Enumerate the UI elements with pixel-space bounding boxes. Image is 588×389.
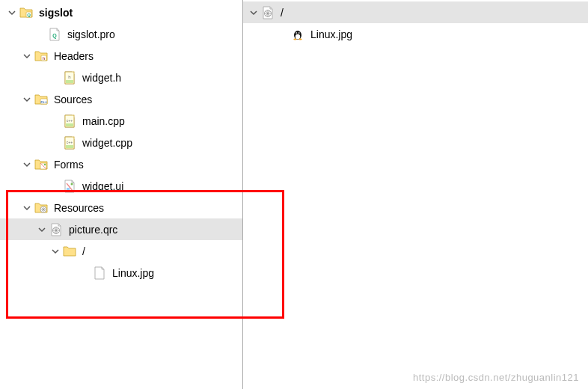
right_tree-label: Linux.jpg [310,28,352,40]
left_tree-row[interactable]: Linux.jpg [0,262,242,284]
left_tree-row[interactable]: hwidget.h [0,67,242,88]
svg-text:c++: c++ [67,118,73,123]
tux-icon [291,28,304,41]
left_tree-row[interactable]: c++Sources [0,88,242,110]
chevron-down-icon[interactable] [21,159,33,171]
file-h-icon: h [63,71,76,85]
watermark: https://blog.csdn.net/zhuguanlin121 [413,372,579,383]
svg-point-27 [296,32,297,33]
left_tree-label: Linux.jpg [112,267,154,279]
svg-point-28 [298,32,299,33]
svg-rect-14 [66,145,73,148]
svg-rect-6 [66,80,73,83]
left_tree-row[interactable]: hHeaders [0,45,242,67]
file-plain-icon [93,266,106,280]
left_tree-label: Sources [54,94,92,105]
left_tree-label: Resources [54,202,104,214]
file-qrc-icon [49,223,63,236]
left_tree-label: picture.qrc [69,224,117,236]
svg-point-18 [71,183,73,185]
file-q-icon: Q [48,28,61,41]
resource-tree[interactable]: /Linux.jpg [243,0,588,389]
folder-h-icon: h [34,49,48,63]
svg-rect-19 [67,188,70,191]
left_tree-row[interactable]: Qsigslot [0,1,242,23]
project-tree[interactable]: QsigslotQsigslot.prohHeadershwidget.hc++… [0,0,243,389]
file-qrc-icon [261,6,275,19]
chevron-down-icon[interactable] [6,7,18,19]
right_tree-row[interactable]: / [243,1,588,23]
left_tree-row[interactable]: / [0,240,242,262]
folder-yel-icon [63,245,76,258]
svg-text:Q: Q [52,33,57,39]
svg-point-17 [44,163,46,165]
svg-point-24 [295,34,300,39]
chevron-down-icon[interactable] [21,50,33,62]
file-ui-icon [63,180,76,193]
left_tree-label: widget.h [82,72,121,84]
left_tree-row[interactable]: c++main.cpp [0,110,242,132]
folder-cpp-icon: c++ [34,93,48,106]
left_tree-row[interactable]: Resources [0,197,242,218]
svg-rect-11 [66,123,73,126]
svg-text:c++: c++ [67,140,73,144]
left_tree-row[interactable]: c++widget.cpp [0,132,242,153]
left_tree-row[interactable]: Forms [0,153,242,175]
svg-text:c++: c++ [40,99,47,104]
chevron-down-icon[interactable] [21,202,33,214]
left_tree-row[interactable]: widget.ui [0,175,242,197]
left_tree-label: widget.ui [82,180,123,192]
file-cpp-icon: c++ [63,136,76,150]
chevron-down-icon[interactable] [49,245,61,257]
chevron-down-icon[interactable] [248,7,260,19]
left_tree-label: Forms [54,159,84,171]
left_tree-row[interactable]: picture.qrc [0,218,242,240]
left_tree-label: sigslot.pro [67,28,115,40]
svg-point-30 [298,38,301,40]
file-cpp-icon: c++ [63,114,76,128]
right_tree-label: / [281,7,284,19]
left_tree-label: sigslot [39,7,73,19]
svg-text:Q: Q [27,13,31,17]
folder-qrc-icon [34,201,48,215]
chevron-down-icon[interactable] [36,224,48,236]
svg-text:h: h [43,56,46,61]
left_tree-label: / [82,245,85,257]
left_tree-label: main.cpp [82,115,125,127]
svg-point-29 [293,38,296,40]
left_tree-label: Headers [54,50,94,62]
folder-q-icon: Q [19,6,33,19]
right_tree-row[interactable]: Linux.jpg [243,23,588,45]
svg-text:h: h [68,75,70,79]
chevron-down-icon[interactable] [21,94,33,105]
left_tree-row[interactable]: Qsigslot.pro [0,23,242,45]
left_tree-label: widget.cpp [82,137,132,149]
folder-ui-icon [34,158,48,171]
